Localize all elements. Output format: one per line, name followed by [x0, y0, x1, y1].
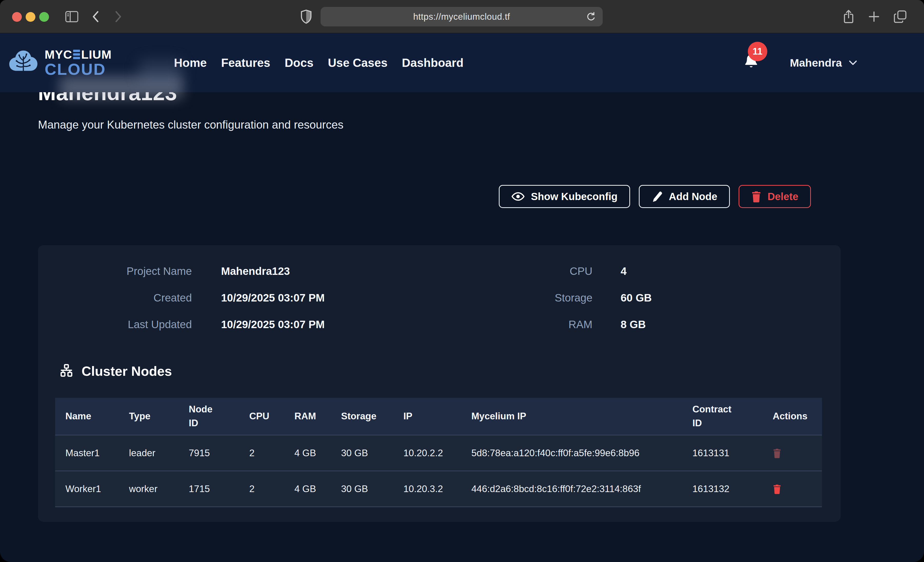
close-window-button[interactable]: [12, 12, 22, 22]
col-name: Name: [55, 410, 119, 423]
col-storage: Storage: [331, 410, 393, 423]
user-menu[interactable]: Mahendra: [790, 57, 857, 69]
nav-links: Home Features Docs Use Cases Dashboard: [174, 56, 464, 70]
cluster-nodes-table: Name Type Node ID CPU RAM Storage IP Myc…: [55, 398, 822, 507]
node-contract-id: 1613132: [682, 478, 762, 500]
nav-link-features[interactable]: Features: [221, 56, 270, 70]
zoom-window-button[interactable]: [39, 12, 49, 22]
table-header-row: Name Type Node ID CPU RAM Storage IP Myc…: [55, 398, 822, 435]
minimize-window-button[interactable]: [26, 12, 35, 22]
browser-window: https://myceliumcloud.tf: [0, 0, 924, 562]
add-node-button[interactable]: Add Node: [639, 185, 730, 208]
node-id: 7915: [178, 442, 239, 464]
delete-node-button[interactable]: [773, 484, 782, 494]
node-mycelium-ip: 5d8:78ea:a120:f40c:ff0f:a5fe:99e6:8b96: [461, 442, 682, 464]
nav-link-dashboard[interactable]: Dashboard: [402, 56, 464, 70]
node-cpu: 2: [239, 478, 284, 500]
created-value: 10/29/2025 03:07 PM: [192, 285, 387, 311]
info-label: CPU: [387, 258, 592, 285]
eye-icon: [512, 191, 525, 202]
reload-icon[interactable]: [585, 11, 597, 22]
back-icon[interactable]: [90, 0, 102, 33]
chevron-down-icon: [849, 60, 857, 66]
col-node-id: Node ID: [178, 402, 239, 430]
logo-wordmark: MYC LIUM CLOUD: [45, 48, 111, 77]
traffic-lights: [12, 12, 49, 22]
node-id: 1715: [178, 478, 239, 500]
info-label: Created: [38, 285, 192, 311]
node-cpu: 2: [239, 442, 284, 464]
notifications-button[interactable]: 11: [743, 52, 760, 73]
col-contract-id: Contract ID: [682, 402, 762, 430]
node-storage: 30 GB: [331, 478, 393, 500]
cloud-tree-logo-icon: [8, 49, 39, 76]
url-text: https://myceliumcloud.tf: [413, 12, 510, 22]
trash-icon: [773, 484, 782, 494]
delete-node-button[interactable]: [773, 448, 782, 458]
privacy-shield-icon[interactable]: [299, 0, 314, 33]
address-bar[interactable]: https://myceliumcloud.tf: [321, 7, 603, 26]
delete-cluster-button[interactable]: Delete: [739, 185, 811, 208]
nav-link-use-cases[interactable]: Use Cases: [328, 56, 387, 70]
cluster-info-grid: Project Name Mahendra123 CPU 4 Created 1…: [38, 245, 841, 338]
table-row: Master1 leader 7915 2 4 GB 30 GB 10.20.2…: [55, 435, 822, 471]
node-type: leader: [119, 442, 178, 464]
show-kubeconfig-label: Show Kubeconfig: [531, 191, 618, 202]
project-name-value: Mahendra123: [192, 258, 387, 285]
node-ram: 4 GB: [284, 442, 331, 464]
share-icon[interactable]: [842, 9, 855, 24]
col-type: Type: [119, 410, 178, 423]
cpu-value: 4: [592, 258, 841, 285]
blur-smudge: [138, 60, 182, 83]
logo-text-post: LIUM: [81, 48, 111, 60]
tab-overview-icon[interactable]: [893, 9, 908, 24]
trash-icon: [751, 191, 761, 202]
node-contract-id: 1613131: [682, 442, 762, 464]
logo-text-cloud: CLOUD: [45, 61, 111, 77]
col-actions: Actions: [762, 410, 822, 423]
toolbar-right-icons: [842, 0, 908, 33]
logo-text-pre: MYC: [45, 48, 72, 60]
col-ip: IP: [393, 410, 461, 423]
node-mycelium-ip: 446:d2a6:8bcd:8c16:ff0f:72e2:3114:863f: [461, 478, 682, 500]
node-ip: 10.20.3.2: [393, 478, 461, 500]
forward-icon[interactable]: [112, 0, 124, 33]
notification-badge: 11: [748, 42, 767, 61]
last-updated-value: 10/29/2025 03:07 PM: [192, 311, 387, 338]
cluster-nodes-icon: [59, 364, 74, 378]
browser-toolbar: https://myceliumcloud.tf: [0, 0, 924, 33]
cluster-nodes-title: Cluster Nodes: [81, 363, 172, 379]
node-ip: 10.20.2.2: [393, 442, 461, 464]
trash-icon: [773, 448, 782, 458]
mycelium-cloud-logo[interactable]: MYC LIUM CLOUD: [8, 48, 111, 77]
node-type: worker: [119, 478, 178, 500]
page-content: Mahendra123 Manage your Kubernetes clust…: [0, 92, 924, 562]
cluster-nodes-heading: Cluster Nodes: [59, 363, 172, 379]
logo-e-bars: [73, 50, 80, 59]
node-name: Master1: [55, 442, 119, 464]
info-label: Project Name: [38, 258, 192, 285]
col-ram: RAM: [284, 410, 331, 423]
node-storage: 30 GB: [331, 442, 393, 464]
storage-value: 60 GB: [592, 285, 841, 311]
show-kubeconfig-button[interactable]: Show Kubeconfig: [499, 185, 630, 208]
node-name: Worker1: [55, 478, 119, 500]
table-row: Worker1 worker 1715 2 4 GB 30 GB 10.20.3…: [55, 471, 822, 507]
ram-value: 8 GB: [592, 311, 841, 338]
col-cpu: CPU: [239, 410, 284, 423]
info-label: Storage: [387, 285, 592, 311]
pencil-icon: [651, 191, 663, 202]
info-label: RAM: [387, 311, 592, 338]
nav-link-docs[interactable]: Docs: [285, 56, 314, 70]
new-tab-icon[interactable]: [867, 10, 881, 24]
info-label: Last Updated: [38, 311, 192, 338]
sidebar-toggle-icon[interactable]: [64, 0, 79, 33]
node-ram: 4 GB: [284, 478, 331, 500]
cluster-card: Project Name Mahendra123 CPU 4 Created 1…: [38, 245, 841, 522]
delete-label: Delete: [768, 191, 798, 202]
cluster-actions: Show Kubeconfig Add Node Delete: [499, 185, 811, 208]
col-mycelium-ip: Mycelium IP: [461, 410, 682, 423]
user-name: Mahendra: [790, 57, 842, 69]
add-node-label: Add Node: [669, 191, 717, 202]
